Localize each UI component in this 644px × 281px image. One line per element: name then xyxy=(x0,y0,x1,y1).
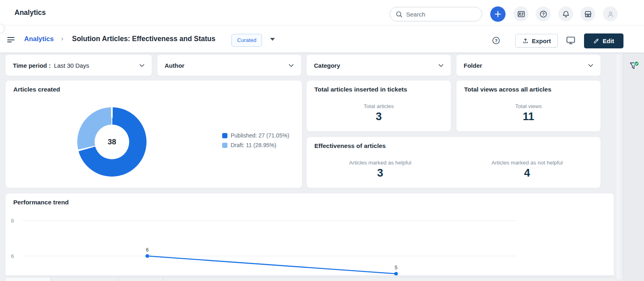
profile-button[interactable] xyxy=(603,6,618,21)
widget-title: Performance trend xyxy=(13,199,69,206)
table-header-cell xyxy=(163,277,613,281)
svg-text:6: 6 xyxy=(146,247,149,253)
filter-folder[interactable]: Folder xyxy=(456,55,601,76)
analytics-dashboard: Analytics ? xyxy=(0,0,644,281)
filter-label: Folder xyxy=(464,62,482,69)
filter-time-period[interactable]: Time period : Last 30 Days xyxy=(6,55,152,76)
nav-toggle-button[interactable] xyxy=(7,37,15,43)
legend-label: Draft: 11 (28.95%) xyxy=(231,142,276,148)
performance-line-chart: 6865 xyxy=(6,194,614,275)
stat-not-helpful: Articles marked as not helpful 4 xyxy=(454,160,601,179)
global-search[interactable] xyxy=(390,7,482,21)
chevron-down-icon xyxy=(139,62,144,69)
top-bar: Analytics ? xyxy=(0,0,644,25)
widget-articles-inserted: Total articles inserted in tickets Total… xyxy=(307,81,451,131)
widget-articles-created: Articles created 38 Published: 27 (71.05… xyxy=(6,81,302,188)
export-label: Export xyxy=(532,37,551,44)
metric-value: 3 xyxy=(307,110,451,123)
breadcrumb-analytics-link[interactable]: Analytics xyxy=(24,35,54,43)
filter-label: Category xyxy=(314,62,340,69)
right-rail xyxy=(623,53,644,281)
metric-label: Total views xyxy=(456,103,601,109)
id-card-list-icon xyxy=(517,10,526,19)
svg-text:8: 8 xyxy=(11,218,14,224)
widget-title: Effectiveness of articles xyxy=(314,142,386,150)
filter-value: Last 30 Days xyxy=(54,62,89,69)
stat-label: Articles marked as helpful xyxy=(307,160,454,166)
chevron-right-icon: › xyxy=(61,35,63,42)
articles-created-donut: 38 xyxy=(77,107,147,177)
donut-legend: Published: 27 (71.05%) Draft: 11 (28.95%… xyxy=(222,132,289,148)
help-button[interactable]: ? xyxy=(536,6,551,21)
metric-value: 11 xyxy=(456,110,601,123)
chevron-down-icon xyxy=(438,62,444,69)
storefront-icon xyxy=(584,10,592,19)
app-title: Analytics xyxy=(14,8,46,17)
svg-text:6: 6 xyxy=(11,253,14,259)
table-widget-preview xyxy=(6,277,613,281)
question-circle-icon: ? xyxy=(491,36,501,45)
legend-swatch xyxy=(222,133,227,138)
create-new-button[interactable] xyxy=(490,6,506,22)
monitor-icon xyxy=(566,36,576,45)
upload-icon xyxy=(522,37,529,44)
page-title: Solution Articles: Effectiveness and Sta… xyxy=(72,35,215,43)
donut-total: 38 xyxy=(95,125,129,159)
widget-performance-trend: 6865 Performance trend xyxy=(6,194,614,275)
filter-author[interactable]: Author xyxy=(157,55,301,76)
report-options-caret-icon[interactable] xyxy=(270,38,275,41)
filter-category[interactable]: Category xyxy=(307,55,451,76)
search-input[interactable] xyxy=(406,11,475,18)
filters-applied-button[interactable] xyxy=(628,60,641,73)
stat-value: 4 xyxy=(454,167,601,179)
funnel-check-icon xyxy=(628,60,641,72)
toolbar-help-button[interactable]: ? xyxy=(491,36,501,45)
effectiveness-stats: Articles marked as helpful 3 Articles ma… xyxy=(307,160,601,179)
export-button[interactable]: Export xyxy=(515,34,558,48)
avatar-icon xyxy=(606,10,615,19)
metric-label: Total articles xyxy=(307,103,451,109)
vertical-scrollbar[interactable] xyxy=(617,54,620,279)
notifications-button[interactable] xyxy=(558,6,573,21)
svg-text:?: ? xyxy=(495,38,497,43)
svg-text:?: ? xyxy=(542,12,544,16)
widget-title: Total articles inserted in tickets xyxy=(314,86,407,93)
filter-label: Author xyxy=(165,62,184,69)
question-circle-icon: ? xyxy=(539,10,548,19)
curated-badge: Curated xyxy=(231,34,262,47)
chevron-down-icon xyxy=(588,62,593,69)
report-toolbar: Analytics › Solution Articles: Effective… xyxy=(0,25,644,53)
marketplace-button[interactable] xyxy=(580,6,595,21)
legend-item: Draft: 11 (28.95%) xyxy=(222,142,289,148)
contacts-button[interactable] xyxy=(514,6,528,21)
widget-title: Articles created xyxy=(13,86,60,93)
table-header-cell xyxy=(119,277,163,281)
table-header-cell xyxy=(51,277,119,281)
svg-text:5: 5 xyxy=(395,265,398,271)
pencil-icon xyxy=(593,38,599,44)
present-button[interactable] xyxy=(566,36,576,45)
stat-helpful: Articles marked as helpful 3 xyxy=(307,160,454,179)
widget-total-views: Total views across all articles Total vi… xyxy=(456,81,601,131)
widget-effectiveness: Effectiveness of articles Articles marke… xyxy=(307,137,601,188)
plus-icon xyxy=(494,10,502,18)
edit-button[interactable]: Edit xyxy=(584,33,623,48)
search-icon xyxy=(395,10,403,18)
stat-label: Articles marked as not helpful xyxy=(454,160,601,166)
legend-label: Published: 27 (71.05%) xyxy=(231,132,289,139)
chevron-down-icon xyxy=(289,62,294,69)
legend-item: Published: 27 (71.05%) xyxy=(222,132,289,139)
bell-icon xyxy=(561,10,570,19)
table-header-cell xyxy=(6,277,51,281)
legend-swatch xyxy=(222,143,227,148)
stat-value: 3 xyxy=(307,167,454,179)
edit-label: Edit xyxy=(603,37,614,44)
filter-label: Time period : xyxy=(13,62,51,69)
widget-title: Total views across all articles xyxy=(464,86,551,93)
